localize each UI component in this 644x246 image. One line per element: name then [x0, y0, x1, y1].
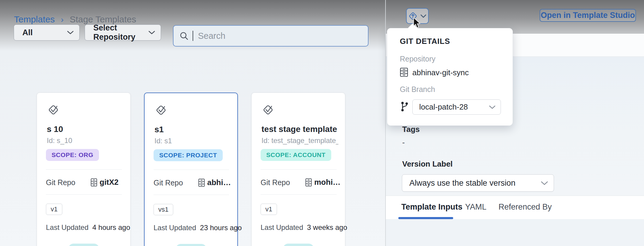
- repository-label: Repository: [400, 55, 436, 63]
- stable-badge: [68, 244, 99, 246]
- breadcrumb-templates-link[interactable]: Templates: [14, 14, 55, 24]
- stage-template-icon: [154, 103, 168, 118]
- details-tab-content: [386, 219, 644, 246]
- git-branch-label: Git Branch: [400, 85, 435, 94]
- template-card[interactable]: s1 Id: s1 SCOPE: PROJECT Git Repo abhi… …: [144, 93, 238, 246]
- template-type-dropdown-value: All: [22, 28, 67, 37]
- last-updated: Last Updated3 weeks ago: [261, 223, 347, 232]
- last-updated-value: 23 hours ago: [200, 224, 242, 232]
- chevron-down-icon: [148, 30, 155, 35]
- template-card[interactable]: test stage template … Id: test_stage_tem…: [251, 93, 345, 246]
- git-details-title: GIT DETAILS: [400, 37, 450, 46]
- last-updated: Last Updated23 hours ago: [154, 224, 242, 232]
- template-title: s 10: [47, 124, 124, 134]
- search-box[interactable]: [173, 25, 369, 47]
- last-updated-value: 3 weeks ago: [307, 223, 347, 231]
- search-icon: [179, 31, 188, 40]
- git-repo-value: gitX2: [100, 178, 119, 187]
- mouse-cursor-icon: [413, 17, 421, 29]
- last-updated-value: 4 hours ago: [92, 223, 130, 231]
- template-id: Id: test_stage_template_…: [261, 136, 338, 145]
- divider: [46, 169, 122, 170]
- version-chip: vs1: [154, 204, 173, 215]
- divider: [154, 170, 229, 170]
- chevron-down-icon: [541, 181, 548, 185]
- repository-value: abhinav-git-sync: [412, 68, 469, 77]
- repository-icon: [305, 178, 312, 187]
- text-cursor: [193, 31, 193, 41]
- divider: [261, 194, 337, 195]
- divider: [46, 194, 122, 195]
- tab-referenced-by[interactable]: Referenced By: [499, 202, 552, 212]
- open-in-template-studio-button[interactable]: Open in Template Studio: [540, 9, 636, 22]
- stage-template-icon: [261, 102, 275, 117]
- breadcrumb-separator-icon: ›: [61, 15, 64, 24]
- version-label-select[interactable]: Always use the stable version: [402, 174, 554, 192]
- stable-badge: [176, 244, 207, 246]
- repository-icon: [91, 178, 97, 187]
- version-chip: v1: [46, 204, 62, 215]
- breadcrumb-current: Stage Templates: [70, 14, 136, 24]
- version-label-select-value: Always use the stable version: [409, 179, 541, 188]
- repository-icon: [198, 179, 205, 187]
- git-repo-label: Git Repo: [154, 179, 183, 187]
- git-repo-label: Git Repo: [261, 178, 290, 187]
- scope-badge: SCOPE: ORG: [46, 149, 99, 161]
- chevron-down-icon: [489, 105, 496, 109]
- git-branch-icon: [400, 101, 409, 112]
- tags-value: -: [402, 138, 405, 147]
- tab-template-inputs[interactable]: Template Inputs: [401, 202, 462, 212]
- stage-template-icon: [47, 102, 60, 117]
- tags-heading: Tags: [402, 125, 420, 134]
- version-chip: v1: [261, 204, 277, 215]
- chevron-down-icon: [67, 30, 74, 35]
- git-branch-select-value: local-patch-28: [419, 102, 489, 112]
- template-id: Id: s_10: [47, 136, 124, 145]
- scope-badge: SCOPE: ACCOUNT: [261, 149, 331, 161]
- template-title: test stage template …: [261, 124, 338, 134]
- templates-page: Templates › Stage Templates All Select R…: [0, 0, 644, 246]
- git-repo-value: mohi…: [314, 178, 340, 187]
- select-repository-dropdown[interactable]: Select Repository: [85, 24, 161, 41]
- divider: [154, 195, 229, 195]
- chevron-down-icon: [420, 14, 426, 18]
- git-branch-select[interactable]: local-patch-28: [412, 99, 501, 115]
- divider: [261, 169, 337, 170]
- git-repo-label: Git Repo: [46, 178, 75, 187]
- scope-badge: SCOPE: PROJECT: [154, 149, 223, 161]
- active-tab-underline: [398, 217, 453, 219]
- template-title: s1: [154, 125, 231, 134]
- template-id: Id: s1: [154, 137, 231, 145]
- git-details-popover: GIT DETAILS Repository abhinav-git-sync …: [387, 28, 513, 126]
- last-updated: Last Updated4 hours ago: [46, 223, 130, 232]
- git-repo-value: abhi…: [207, 178, 231, 187]
- search-input[interactable]: [198, 31, 353, 41]
- select-repository-dropdown-value: Select Repository: [93, 23, 148, 42]
- version-label-heading: Version Label: [402, 159, 453, 169]
- panel-divider: [385, 0, 386, 246]
- repository-icon: [400, 67, 408, 77]
- tab-yaml[interactable]: YAML: [465, 202, 487, 212]
- template-type-dropdown[interactable]: All: [14, 24, 80, 41]
- stable-badge: [283, 244, 314, 246]
- template-card[interactable]: s 10 Id: s_10 SCOPE: ORG Git Repo gitX2 …: [37, 93, 131, 246]
- breadcrumb: Templates › Stage Templates: [14, 14, 136, 24]
